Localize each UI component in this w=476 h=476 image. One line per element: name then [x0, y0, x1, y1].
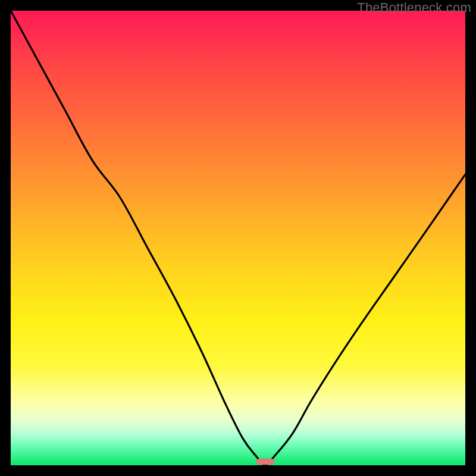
- plot-area: [11, 11, 465, 465]
- bottleneck-curve: [11, 11, 465, 465]
- curve-svg: [11, 11, 465, 465]
- chart-frame: TheBottleneck.com: [0, 0, 476, 476]
- trough-marker: [256, 459, 275, 465]
- watermark-text: TheBottleneck.com: [357, 0, 471, 15]
